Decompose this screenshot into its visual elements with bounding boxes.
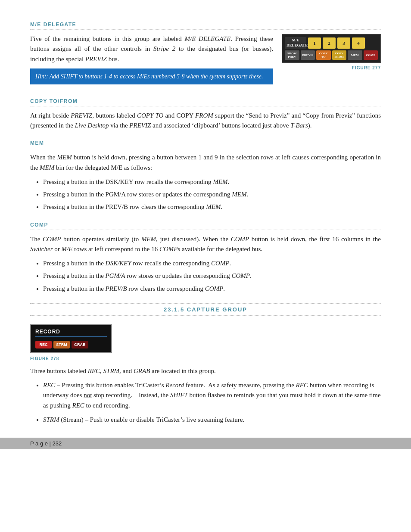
capture-bullet-strm: STRM (Stream) – Push to enable or disabl…	[43, 415, 381, 425]
copy-from-btn: COPY FROM	[332, 50, 347, 60]
mem-paragraph: When the MEM button is held down, pressi…	[30, 152, 381, 173]
me-panel-top: M/EDELEGATE 1 2 3 4	[285, 37, 378, 49]
me-btn-4: 4	[352, 37, 365, 49]
me-delegate-panel: M/EDELEGATE 1 2 3 4 SHOW PREV PREVIS COP…	[282, 34, 381, 63]
me-delegate-heading: M/E DELEGATE	[30, 22, 381, 30]
mem-bullet-2: Pressing a button in the PGM/A row store…	[43, 190, 381, 199]
strm-button: STRM	[53, 341, 70, 348]
previs-btn: PREVIS	[301, 50, 315, 60]
capture-group-paragraph: Three buttons labeled REC, STRM, and GRA…	[30, 366, 381, 376]
me-btn-1: 1	[308, 37, 321, 49]
me-delegate-section: M/E DELEGATE Five of the remaining butto…	[30, 22, 381, 89]
comp-paragraph: The COMP button operates similarly (to M…	[30, 234, 381, 255]
me-delegate-paragraph: Five of the remaining buttons in this gr…	[30, 34, 273, 64]
copy-to-btn: COPY TO	[316, 50, 331, 60]
comp-bullet-3: Pressing a button in the PREV/B row clea…	[43, 284, 381, 294]
record-panel-label: RECORD	[35, 329, 107, 337]
record-buttons: REC STRM GRAB	[35, 341, 107, 348]
me-delegate-figure-col: M/EDELEGATE 1 2 3 4 SHOW PREV PREVIS COP…	[282, 34, 381, 70]
me-delegate-text-col: Five of the remaining buttons in this gr…	[30, 34, 273, 89]
chapter-title: CAPTURE GROUP	[187, 306, 247, 313]
comp-bullet-2: Pressing a button in the PGM/A row store…	[43, 271, 381, 281]
comp-btn: COMP	[364, 50, 378, 60]
page-footer: P a g e | 232	[0, 438, 411, 449]
capture-group-section: RECORD REC STRM GRAB FIGURE 278 Three bu…	[30, 324, 381, 425]
comp-heading: COMP	[30, 222, 381, 230]
chapter-number: 23.1.5	[164, 306, 184, 313]
rec-button: REC	[35, 341, 52, 348]
copy-to-from-paragraph: At right beside PREVIZ, buttons labeled …	[30, 111, 381, 131]
mem-btn: MEM	[348, 50, 362, 60]
capture-bullet-rec: REC – Pressing this button enables TriCa…	[43, 380, 381, 411]
comp-bullet-1: Pressing a button in the DSK/KEY row rec…	[43, 258, 381, 268]
footer-text: P a g e | 232	[30, 440, 62, 447]
chapter-heading: 23.1.5 CAPTURE GROUP	[30, 303, 381, 316]
figure-278-label: FIGURE 278	[30, 356, 381, 361]
show-prev-btn: SHOW PREV	[285, 50, 299, 60]
capture-group-bullets: REC – Pressing this button enables TriCa…	[43, 380, 381, 425]
mem-section: MEM When the MEM button is held down, pr…	[30, 140, 381, 212]
comp-bullets: Pressing a button in the DSK/KEY row rec…	[43, 258, 381, 294]
me-btn-2: 2	[323, 37, 336, 49]
grab-button: GRAB	[72, 341, 88, 348]
mem-bullet-1: Pressing a button in the DSK/KEY row rec…	[43, 177, 381, 187]
me-panel-bottom: SHOW PREV PREVIS COPY TO COPY FROM MEM C…	[285, 50, 378, 60]
me-delegate-content: Five of the remaining buttons in this gr…	[30, 34, 381, 89]
mem-bullets: Pressing a button in the DSK/KEY row rec…	[43, 177, 381, 212]
mem-bullet-3: Pressing a button in the PREV/B row clea…	[43, 202, 381, 212]
record-panel: RECORD REC STRM GRAB	[30, 324, 112, 353]
figure-277-label: FIGURE 277	[352, 65, 381, 70]
me-panel-label: M/EDELEGATE	[285, 37, 306, 49]
comp-section: COMP The COMP button operates similarly …	[30, 222, 381, 294]
copy-to-from-heading: COPY TO/FROM	[30, 98, 381, 106]
mem-heading: MEM	[30, 140, 381, 148]
copy-to-from-section: COPY TO/FROM At right beside PREVIZ, but…	[30, 98, 381, 131]
me-btn-3: 3	[337, 37, 350, 49]
hint-box: Hint: Add SHIFT to buttons 1-4 to access…	[30, 68, 273, 84]
